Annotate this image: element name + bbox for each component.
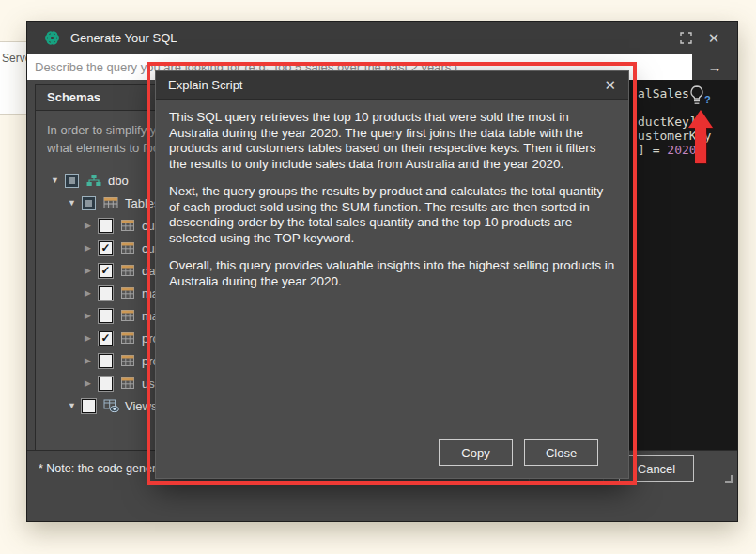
table-icon [120,354,136,368]
checkbox-unchecked[interactable] [99,219,113,233]
explanation-paragraph: This SQL query retrieves the top 10 prod… [169,110,615,172]
openai-logo-icon [44,30,60,46]
checkbox-unchecked[interactable] [99,286,113,300]
checkbox-unchecked[interactable] [99,354,113,368]
table-icon [120,309,136,323]
checkbox-checked[interactable] [99,331,113,346]
tree-item-label[interactable]: Views [125,399,157,413]
chevron-down-icon[interactable]: ▼ [68,198,82,208]
explain-script-title: Explain Script [168,78,604,92]
explanation-paragraph: Overall, this query provides valuable in… [169,258,615,289]
table-icon [120,331,136,346]
chevron-right-icon[interactable]: ▶ [85,356,99,365]
checkbox-indeterminate[interactable] [82,196,96,210]
code-line: ] = 2020 [638,143,711,157]
checkbox-unchecked[interactable] [99,377,113,391]
cancel-button[interactable]: Cancel [619,455,694,482]
code-line: ductKey] [638,115,711,129]
chevron-right-icon[interactable]: ▶ [85,311,99,320]
explain-script-dialog: Explain Script ✕ This SQL query retrieve… [155,70,629,479]
table-icon [120,377,136,391]
dialog-close-icon[interactable]: ✕ [604,78,616,92]
chevron-right-icon[interactable]: ▶ [85,288,99,298]
chevron-right-icon[interactable]: ▶ [85,221,99,230]
code-line: ustomerKey [638,129,711,143]
code-token: ] = [638,143,667,157]
code-token: alSales [638,86,689,100]
checkbox-unchecked[interactable] [99,309,113,323]
tree-item-label[interactable]: dbo [108,174,129,188]
chevron-right-icon[interactable]: ▶ [85,333,99,343]
resize-grip[interactable] [725,475,733,483]
checkbox-checked[interactable] [99,264,113,278]
chevron-right-icon[interactable]: ▶ [85,243,99,253]
window-title: Generate Your SQL [70,31,671,45]
checkbox-checked[interactable] [99,241,113,255]
code-token: ductKey] [638,115,697,129]
schema-icon [86,174,102,188]
code-token: ustomerKey [638,129,711,143]
checkbox-indeterminate[interactable] [65,174,79,188]
explain-script-header: Explain Script ✕ [156,71,628,100]
close-icon[interactable]: ✕ [700,25,728,50]
submit-arrow-button[interactable]: → [692,54,737,80]
question-mark-badge: ? [704,94,711,105]
explanation-paragraph: Next, the query groups the results by pr… [169,184,615,246]
chevron-right-icon[interactable]: ▶ [85,266,99,275]
code-token: 2020 [667,143,696,157]
explanation-text: This SQL query retrieves the top 10 prod… [156,100,628,312]
table-icon [120,264,136,278]
chevron-right-icon[interactable]: ▶ [85,378,99,388]
views-icon [103,399,119,413]
chevron-down-icon[interactable]: ▼ [51,176,65,185]
maximize-icon[interactable] [671,25,700,50]
titlebar: Generate Your SQL ✕ [27,22,737,54]
dialog-close-button[interactable]: Close [524,439,598,466]
table-icon [120,286,136,300]
chevron-down-icon[interactable]: ▼ [68,401,82,410]
arrow-right-icon: → [708,59,722,75]
copy-button[interactable]: Copy [439,439,513,466]
table-icon [120,219,136,233]
table-icon [120,241,136,255]
dialog-actions: Copy Close [439,439,598,466]
tables-icon [103,196,119,210]
checkbox-unchecked[interactable] [82,399,96,413]
